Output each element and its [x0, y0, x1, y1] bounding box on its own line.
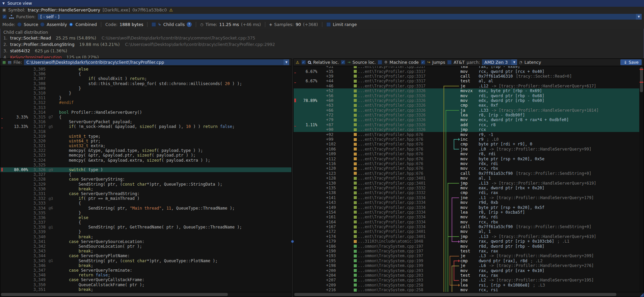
latency-label[interactable]: Latency [525, 60, 541, 65]
asm-row[interactable]: +99...ent\TracyProfiler.hpp:676incr9; .L… [294, 137, 644, 142]
limit-range-checkbox[interactable]: ✓ [326, 22, 331, 27]
source-line[interactable]: 13.33%3,317@5 if( !m_sock->Read( &payloa… [0, 124, 291, 129]
asm-row[interactable]: +39...ent\TracyProfiler.cpp:3317call0x7f… [294, 74, 644, 79]
asm-row[interactable]: +123...ent\TracyProfiler.hpp:676call0x7f… [294, 171, 644, 176]
asm-row[interactable]: +207...ommon\TracySystem.cpp:203jne.L2->… [294, 278, 644, 282]
asm-row[interactable]: +130...ent\TracyProfiler.cpp:3401jmp.L13… [294, 181, 644, 185]
asm-row[interactable]: +149...ent\TracyProfiler.cpp:3334movbyte… [294, 205, 644, 210]
asm-row[interactable]: +52...ent\TracyProfiler.cpp:3326movzxeax… [294, 88, 644, 93]
asm-row[interactable]: +63...ent\TracyProfiler.cpp:3326cmpeax, … [294, 103, 644, 108]
relative-loc-checkbox[interactable]: ✓ [301, 60, 306, 64]
asm-row[interactable]: +216...ommon\TracySystem.cpp:258movrcx, … [294, 288, 644, 292]
source-line[interactable]: 80.00%3,326@9 switch( type ) [0, 167, 291, 172]
child-call-row[interactable]: 2.tracy::Profiler::SendLongString19.88 m… [0, 41, 644, 48]
splitter-grip[interactable] [291, 240, 294, 243]
source-line[interactable]: 3,329 SendString( ptr, (const char*)ptr,… [0, 182, 291, 187]
asm-row[interactable]: +198...ommon\TracySystem.cpp:199je.L6-> … [294, 263, 644, 268]
asm-row[interactable]: +190...ommon\TracySystem.cpp:197testrax,… [294, 249, 644, 253]
source-line[interactable]: 3,305 else [0, 67, 291, 72]
radio-combined[interactable] [69, 22, 73, 27]
asm-row[interactable]: +204...ommon\TracySystem.cpp:203testrax,… [294, 273, 644, 278]
att-syntax-checkbox[interactable]: ✓ [447, 60, 452, 64]
assembly-view[interactable]: +31...ent\TracyProfiler.cpp:3317learax, … [294, 66, 644, 292]
source-line[interactable]: 3,306 { [0, 72, 291, 76]
function-checkbox[interactable]: ✓ [2, 15, 7, 19]
asm-row[interactable]: +120...ent\TracyProfiler.hpp:676movrcx, … [294, 166, 644, 171]
save-button[interactable]: ⇓ Save [620, 59, 642, 65]
source-line[interactable]: 3,336 else [0, 215, 291, 220]
assembly-vertical-scrollbar[interactable] [639, 66, 644, 292]
source-line[interactable]: 3,340 break; [0, 235, 291, 239]
child-calls-checkbox[interactable]: ✓ [152, 22, 156, 27]
source-line[interactable]: 3,344 case ServerQueryPlotName: [0, 253, 291, 258]
source-line[interactable]: 3,332@3 if( ptr == m_mainThread ) [0, 196, 291, 201]
radio-assembly-label[interactable]: Assembly [47, 22, 67, 27]
relative-loc-label[interactable]: Relative loc. [313, 60, 339, 65]
asm-row[interactable]: +174...ent\TracyProfiler.cpp:3401jmp.L13… [294, 234, 644, 239]
asm-row[interactable]: +90...ent\TracyProfiler.cpp:3326jmprcx [294, 127, 644, 132]
asm-row[interactable]: +200...ommon\TracySystem.cpp:203movrax, … [294, 268, 644, 273]
source-line[interactable]: 3,307 if( shouldExit ) return; [0, 76, 291, 81]
asm-row[interactable]: +102...ent\TracyProfiler.hpp:676cmpbyte … [294, 142, 644, 146]
asm-row[interactable]: +31...ent\TracyProfiler.cpp:3317learax, … [294, 66, 644, 69]
radio-assembly[interactable] [40, 22, 45, 27]
source-line[interactable]: 3.33%3,315@7{ [0, 115, 291, 119]
source-line[interactable]: 3,323 memcpy( &ptr, &payload.ptr, sizeof… [0, 153, 291, 158]
source-line[interactable]: 3,308 std::this_thread::sleep_for( std::… [0, 81, 291, 86]
source-horizontal-scrollbar[interactable] [0, 292, 291, 297]
source-line[interactable]: 3,314bool Profiler::HandleServerQuery() [0, 110, 291, 115]
source-line[interactable]: 3,319 uint8_t type; [0, 134, 291, 139]
source-line[interactable]: 3,324 memcpy( &extra, &payload.extra, si… [0, 158, 291, 163]
asm-row[interactable]: +56...ent\TracyProfiler.cpp:3326movrdi, … [294, 93, 644, 98]
source-line[interactable]: 3,350 QueueCallstackFrame( ptr ); [0, 282, 291, 287]
asm-row[interactable]: +164...ent\TracyProfiler.cpp:3334movrcx,… [294, 220, 644, 224]
asm-row[interactable]: +167...ent\TracyProfiler.cpp:3334call0x7… [294, 224, 644, 229]
asm-row[interactable]: +92...ent\TracyProfiler.hpp:676movr9, -1 [294, 132, 644, 137]
source-line[interactable]: 3,318 [0, 129, 291, 134]
asm-row[interactable]: 6.67%+44...ent\TracyProfiler.cpp:3317tes… [294, 79, 644, 83]
scrollbar-thumb[interactable] [294, 293, 616, 296]
child-calls-label[interactable]: Child calls [163, 22, 185, 27]
source-line[interactable]: 3,349 case ServerQueryCallstackFrame: [0, 277, 291, 282]
file-combo[interactable]: C:\Users\wolf\Desktop\darkrl\contrib\tra… [24, 59, 289, 65]
radio-source[interactable] [17, 22, 22, 27]
asm-row[interactable]: +46...ent\TracyProfiler.cpp:3317je.L12->… [294, 84, 644, 88]
source-line[interactable]: 3,313 [0, 105, 291, 110]
source-line[interactable]: 3,334@6 SendString( ptr, "Main thread", … [0, 206, 291, 210]
asm-row[interactable]: +193...ommon\TracySystem.cpp:197je.L3-> … [294, 253, 644, 258]
source-line[interactable]: 3,310 } [0, 91, 291, 96]
asm-row[interactable]: +109...ent\TracyProfiler.hpp:676movr8, r… [294, 152, 644, 156]
source-line[interactable]: 3,333 { [0, 201, 291, 206]
chevron-down-icon[interactable]: ▼ [284, 59, 289, 65]
source-line[interactable]: 3,343 break; [0, 249, 291, 253]
source-line[interactable]: 3,348 return false; [0, 273, 291, 277]
panel-splitter[interactable] [292, 58, 293, 297]
source-line[interactable]: 3,342 SendSourceLocation( ptr ); [0, 244, 291, 249]
source-line[interactable]: 3,322 memcpy( &type, &payload.type, size… [0, 148, 291, 153]
source-line[interactable]: 3,316 ServerQueryPacket payload; [0, 119, 291, 124]
limit-range-label[interactable]: Limit range [333, 22, 357, 27]
source-line[interactable]: 3,321 uint32_t extra; [0, 143, 291, 148]
source-view[interactable]: 3,305 else3,306 {3,307 if( shouldExit ) … [0, 66, 291, 292]
asm-row[interactable]: 1.11%+87...ent\TracyProfiler.cpp:3326add… [294, 123, 644, 127]
asm-row[interactable]: +66...ent\TracyProfiler.cpp:3326ja.L33->… [294, 108, 644, 113]
jumps-label[interactable]: Jumps [432, 60, 445, 65]
asm-row[interactable]: +179...31103\include\atomic:1048movrax, … [294, 239, 644, 244]
asm-row[interactable]: +186...ommon\TracySystem.cpp:197movr8d, … [294, 244, 644, 248]
window-resize-grip[interactable] [640, 293, 644, 297]
asm-row[interactable]: +154...ent\TracyProfiler.cpp:3334lear8, … [294, 210, 644, 215]
asm-row[interactable]: +209...ommon\TracySystem.cpp:258learsi, … [294, 283, 644, 288]
scrollbar-thumb[interactable] [1, 293, 228, 296]
asm-row[interactable]: +79...ent\TracyProfiler.cpp:3326movecx, … [294, 117, 644, 122]
asm-row[interactable]: +116...ent\TracyProfiler.hpp:676movrdx, … [294, 161, 644, 166]
source-line[interactable]: 3,330 break; [0, 187, 291, 191]
source-line[interactable]: 3,331 case ServerQueryThreadString: [0, 191, 291, 196]
scrollbar-thumb[interactable] [640, 67, 643, 92]
asm-row[interactable]: 6.67%+35...ent\TracyProfiler.cpp:3317mov… [294, 69, 644, 74]
machine-code-label[interactable]: Machine code [390, 60, 419, 65]
source-line[interactable]: 3,327 { [0, 172, 291, 177]
source-line[interactable]: 3,325 [0, 163, 291, 167]
asm-row[interactable]: +161...ent\TracyProfiler.cpp:3334movrdx,… [294, 215, 644, 219]
child-call-row[interactable]: 4.KeSynchronizeExecution125 μs (0.27%) [0, 54, 644, 58]
asm-row[interactable]: 78.89%+60...ent\TracyProfiler.cpp:3326mo… [294, 98, 644, 103]
